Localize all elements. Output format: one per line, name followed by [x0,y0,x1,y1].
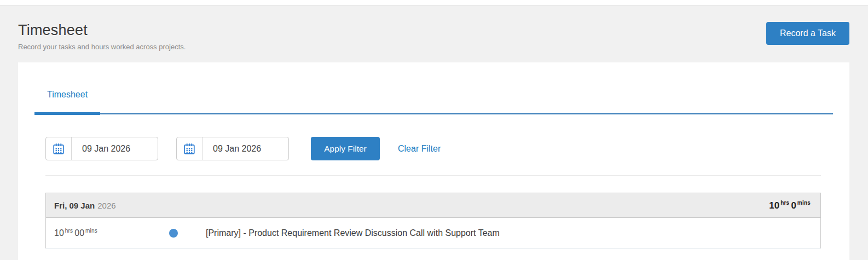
task-minutes-unit: mins [85,228,97,234]
top-strip [0,0,868,5]
task-hours-value: 10 [54,228,64,238]
date-from-value: 09 Jan 2026 [82,144,130,154]
day-date: Fri, 09 Jan2026 [54,201,116,210]
page-header-text: Timesheet Record your tasks and hours wo… [18,22,186,51]
clear-filter-link[interactable]: Clear Filter [398,144,441,154]
record-task-button[interactable]: Record a Task [766,22,849,45]
tab-timesheet[interactable]: Timesheet [34,90,100,113]
day-total-hours-unit: hrs [780,200,789,206]
day-date-year: 2026 [97,201,115,210]
apply-filter-button[interactable]: Apply Filter [311,137,380,160]
page-subtitle: Record your tasks and hours worked acros… [18,43,186,51]
tab-bar: Timesheet [34,62,833,114]
day-total-hours-value: 10 [769,200,779,210]
timesheet-page: Timesheet Record your tasks and hours wo… [0,5,868,260]
date-to-value: 09 Jan 2026 [213,144,261,154]
day-date-label: Fri, 09 Jan [54,201,95,210]
day-group-header: Fri, 09 Jan2026 10hrs0mins [45,193,821,218]
task-status-dot-icon [169,229,178,238]
task-description: [Primary] - Product Requirement Review D… [206,228,500,238]
page-header: Timesheet Record your tasks and hours wo… [0,5,868,51]
task-hours-unit: hrs [65,228,73,234]
timesheet-table: Fri, 09 Jan2026 10hrs0mins 10hrs00mins [… [45,193,821,249]
day-total-minutes-value: 0 [791,200,796,210]
task-row[interactable]: 10hrs00mins [Primary] - Product Requirem… [45,218,821,249]
filter-table-divider [45,175,821,176]
page-title: Timesheet [18,22,186,39]
calendar-icon[interactable] [46,137,72,160]
day-total-hours: 10hrs0mins [769,200,812,211]
timesheet-card: Timesheet [18,62,849,260]
filter-row: 09 Jan 2026 [45,137,821,160]
task-minutes-value: 00 [74,228,84,238]
date-from-input[interactable]: 09 Jan 2026 [45,137,158,160]
task-duration: 10hrs00mins [54,228,169,238]
day-total-minutes-unit: mins [797,200,811,206]
calendar-icon[interactable] [177,137,202,160]
date-to-input[interactable]: 09 Jan 2026 [176,137,289,160]
